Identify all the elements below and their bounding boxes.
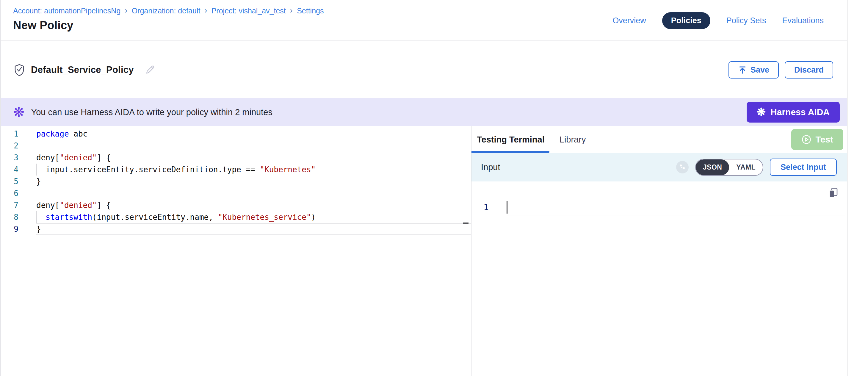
code-text[interactable] — [36, 140, 471, 152]
test-button[interactable]: Test — [791, 129, 843, 150]
code-text[interactable] — [36, 187, 471, 199]
breadcrumb-item-account[interactable]: Account: automationPipelinesNg — [13, 6, 121, 15]
input-label: Input — [481, 162, 500, 172]
code-plain: } — [36, 177, 41, 186]
code-plain: input.serviceEntity.serviceDefinition.ty… — [36, 165, 260, 174]
code-plain: deny[ — [36, 153, 60, 162]
breadcrumb-item-settings[interactable]: Settings — [297, 6, 323, 15]
code-string: "denied" — [60, 201, 97, 210]
tester-tabs-row: Testing TerminalLibrary Test — [471, 126, 847, 153]
format-toggle: JSONYAML — [695, 159, 763, 176]
code-line-4[interactable]: 4 input.serviceEntity.serviceDefinition.… — [0, 164, 471, 176]
copy-icon[interactable] — [829, 187, 839, 198]
policy-code-lines: 1package abc23deny["denied"] {4 input.se… — [0, 128, 471, 235]
code-line-6[interactable]: 6 — [0, 187, 471, 199]
code-plain: ) — [311, 213, 316, 222]
text-cursor — [506, 201, 507, 214]
discard-button-label: Discard — [794, 65, 824, 75]
code-keyword: package — [36, 129, 69, 138]
code-string: "denied" — [60, 153, 97, 162]
input-code-editor[interactable]: 1 — [471, 182, 847, 376]
aida-banner: ❋ You can use Harness AIDA to write your… — [0, 98, 847, 126]
aida-flower-icon: ❋ — [757, 107, 766, 118]
tester-tab-library[interactable]: Library — [560, 135, 586, 145]
code-string: "Kubernetes_service" — [218, 213, 311, 222]
line-number: 3 — [0, 153, 27, 162]
line-number: 5 — [0, 177, 27, 186]
left-edge-strip — [0, 0, 1, 376]
policy-name: Default_Service_Policy — [31, 65, 134, 75]
code-text[interactable]: startswith(input.serviceEntity.name, "Ku… — [36, 211, 471, 223]
indent-guide — [36, 164, 37, 176]
code-line-9[interactable]: 9} — [0, 223, 471, 235]
breadcrumb-separator: › — [204, 6, 207, 14]
input-line-number: 1 — [471, 199, 496, 215]
tab-policies[interactable]: Policies — [662, 12, 710, 29]
code-line-3[interactable]: 3deny["denied"] { — [0, 152, 471, 164]
play-circle-icon — [801, 134, 811, 145]
page-scrollbar-track[interactable] — [847, 0, 868, 376]
input-editor-line-1[interactable]: 1 — [471, 199, 847, 215]
tester-tabs: Testing TerminalLibrary — [477, 135, 586, 145]
top-bar: Account: automationPipelinesNg›Organizat… — [0, 0, 847, 41]
workspace: 1package abc23deny["denied"] {4 input.se… — [0, 126, 868, 376]
overview-ruler-cursor-marker — [463, 222, 468, 224]
line-number: 1 — [0, 129, 27, 138]
code-line-8[interactable]: 8 startswith(input.serviceEntity.name, "… — [0, 211, 471, 223]
input-controls: JSONYAML Select Input — [676, 159, 837, 176]
code-plain: ] { — [97, 201, 111, 210]
code-plain: abc — [69, 129, 88, 138]
tab-evaluations[interactable]: Evaluations — [782, 16, 824, 25]
code-text[interactable]: deny["denied"] { — [36, 199, 471, 211]
breadcrumb-item-project[interactable]: Project: vishal_av_test — [212, 6, 286, 15]
line-number: 8 — [0, 213, 27, 222]
active-tab-underline — [471, 151, 550, 153]
code-text[interactable]: } — [36, 223, 471, 235]
code-line-5[interactable]: 5} — [0, 176, 471, 187]
code-plain: (input.serviceEntity.name, — [92, 213, 218, 222]
breadcrumb-separator: › — [125, 6, 127, 14]
edit-pencil-icon[interactable] — [144, 64, 156, 76]
code-plain: } — [36, 225, 41, 233]
breadcrumb-item-organization[interactable]: Organization: default — [132, 6, 200, 15]
module-tabs: OverviewPoliciesPolicy SetsEvaluations — [613, 0, 824, 41]
policy-title-group: Default_Service_Policy — [14, 42, 156, 98]
policy-toolbar: Default_Service_Policy Save — [0, 42, 847, 98]
code-text[interactable]: package abc — [36, 128, 471, 140]
tester-tab-testing-terminal[interactable]: Testing Terminal — [477, 135, 545, 145]
line-number: 7 — [0, 201, 27, 210]
code-plain: deny[ — [36, 201, 60, 210]
new-policy-page: Account: automationPipelinesNg›Organizat… — [0, 0, 868, 376]
branch-icon-disabled — [676, 161, 689, 174]
select-input-button[interactable]: Select Input — [770, 159, 837, 176]
page-title: New Policy — [13, 19, 73, 32]
aida-banner-content: ❋ You can use Harness AIDA to write your… — [0, 98, 847, 126]
input-current-line[interactable] — [506, 199, 845, 215]
line-number: 9 — [0, 225, 27, 233]
discard-button[interactable]: Discard — [785, 61, 833, 79]
format-option-yaml[interactable]: YAML — [729, 159, 763, 175]
tab-overview[interactable]: Overview — [613, 16, 646, 25]
input-section-header: Input JSONYAML Select Input — [471, 153, 847, 182]
testing-terminal-pane: Testing TerminalLibrary Test Input — [471, 126, 847, 376]
save-button-label: Save — [750, 65, 769, 75]
format-option-json[interactable]: JSON — [696, 159, 729, 175]
code-plain: ] { — [97, 153, 111, 162]
code-text[interactable]: input.serviceEntity.serviceDefinition.ty… — [36, 164, 471, 176]
code-line-2[interactable]: 2 — [0, 140, 471, 152]
code-text[interactable]: deny["denied"] { — [36, 152, 471, 164]
harness-aida-button[interactable]: ❋ Harness AIDA — [747, 102, 840, 123]
policy-code-editor[interactable]: 1package abc23deny["denied"] {4 input.se… — [0, 126, 471, 376]
code-line-1[interactable]: 1package abc — [0, 128, 471, 140]
code-plain — [36, 213, 45, 222]
code-keyword: startswith — [45, 213, 92, 222]
aida-flower-icon: ❋ — [13, 105, 25, 119]
line-number: 4 — [0, 165, 27, 174]
code-string: "Kubernetes" — [260, 165, 316, 174]
code-line-7[interactable]: 7deny["denied"] { — [0, 199, 471, 211]
save-button[interactable]: Save — [728, 61, 779, 79]
test-button-label: Test — [816, 134, 833, 145]
toolbar-actions: Save Discard — [728, 42, 833, 98]
tab-policy-sets[interactable]: Policy Sets — [726, 16, 766, 25]
code-text[interactable]: } — [36, 176, 471, 187]
